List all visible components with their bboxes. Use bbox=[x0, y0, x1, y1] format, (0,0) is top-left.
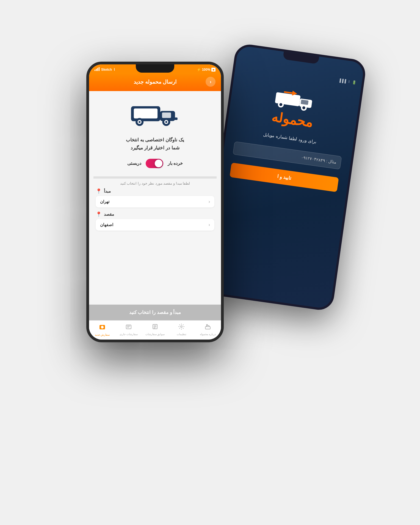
toggle-section: خرده بار دربستی bbox=[93, 159, 217, 168]
destination-pin-icon: 📍 bbox=[96, 211, 102, 217]
tab-bar: درباره محموله تنظیمات bbox=[89, 320, 221, 340]
svg-point-22 bbox=[181, 326, 182, 327]
back-truck-logo bbox=[272, 84, 319, 112]
status-right: ⚡ 100% ■ bbox=[197, 68, 215, 72]
back-brand-name: محموله bbox=[271, 109, 314, 130]
destination-chevron-icon: ‹ bbox=[209, 222, 210, 227]
origin-pin-icon: 📍 bbox=[96, 188, 102, 194]
back-battery-icon: 🔋 bbox=[352, 80, 357, 85]
tab-history-icon bbox=[152, 323, 158, 332]
bluetooth-icon: ⚡ bbox=[197, 68, 201, 72]
front-phone-notch bbox=[136, 64, 174, 73]
header-title: ارسال محموله جدید bbox=[104, 79, 206, 85]
tab-settings-icon bbox=[178, 323, 185, 332]
tab-about-icon bbox=[205, 323, 211, 332]
wifi-icon: ⌇ bbox=[114, 68, 115, 72]
back-button[interactable]: ‹ bbox=[206, 77, 215, 87]
tab-current-label: سفارشات جاری bbox=[120, 333, 138, 336]
location-section: لطفا مبدا و مقصد مورد نظر خود را انتخاب … bbox=[93, 181, 217, 234]
battery-icon: ■ bbox=[211, 68, 215, 72]
bottom-action-button[interactable]: مبدأ و مقصد را انتخاب کنید bbox=[89, 305, 221, 320]
phone-front: Sketch ⌇ 9:41 AM ⚡ 100% ■ ‹ ارسال محموله… bbox=[86, 62, 224, 342]
destination-value: اصفهان bbox=[100, 222, 113, 227]
status-left: Sketch ⌇ bbox=[95, 67, 115, 72]
svg-point-14 bbox=[139, 121, 140, 123]
tab-settings[interactable]: تنظیمات bbox=[168, 323, 195, 336]
tab-about-label: درباره محموله bbox=[200, 333, 216, 336]
back-phone-screen: ▐▐▐ ⌇ 🔋 bbox=[204, 45, 364, 309]
origin-chevron-icon: ‹ bbox=[209, 199, 210, 204]
svg-point-17 bbox=[165, 121, 167, 123]
destination-input[interactable]: ‹ اصفهان bbox=[96, 219, 214, 231]
destination-label-row: مقصد 📍 bbox=[96, 211, 214, 217]
scene: Sketch bui ▐▐▐ ⌇ 🔋 bbox=[86, 29, 334, 496]
tab-history-label: سوابق سفارشات bbox=[145, 333, 165, 336]
front-phone-screen: Sketch ⌇ 9:41 AM ⚡ 100% ■ ‹ ارسال محموله… bbox=[89, 64, 221, 340]
svg-rect-27 bbox=[126, 325, 131, 329]
tab-new-order-icon: + bbox=[98, 323, 106, 332]
truck-illustration bbox=[128, 99, 183, 131]
origin-value: تهران bbox=[100, 199, 109, 204]
destination-label: مقصد bbox=[104, 212, 114, 217]
phone-back: ▐▐▐ ⌇ 🔋 bbox=[201, 43, 367, 312]
origin-label-row: مبدأ 📍 bbox=[96, 188, 214, 194]
tab-about[interactable]: درباره محموله bbox=[195, 323, 221, 336]
location-hint: لطفا مبدا و مقصد مورد نظر خود را انتخاب … bbox=[96, 181, 214, 185]
svg-rect-11 bbox=[162, 113, 171, 118]
back-chevron-icon: ‹ bbox=[210, 79, 211, 85]
back-logo-area: محموله bbox=[269, 84, 319, 130]
toggle-left-label: خرده بار bbox=[168, 161, 183, 166]
toggle-switch[interactable] bbox=[146, 159, 163, 168]
battery-percent: 100% bbox=[202, 68, 211, 72]
svg-text:+: + bbox=[100, 326, 101, 329]
app-header: ‹ ارسال محموله جدید bbox=[89, 73, 221, 91]
origin-label: مبدأ bbox=[104, 189, 111, 194]
svg-rect-18 bbox=[175, 117, 178, 120]
section-divider bbox=[93, 176, 217, 179]
description-text: یک ناوگان اختصاصی به انتخابشما در اختیار… bbox=[126, 136, 184, 152]
tab-new-order[interactable]: + سفارش جدید bbox=[89, 323, 115, 336]
back-subtitle: برای ورود لطفا شماره موبایل bbox=[255, 131, 325, 146]
back-wifi-icon: ⌇ bbox=[348, 80, 350, 84]
svg-rect-9 bbox=[134, 108, 158, 118]
carrier-name: Sketch bbox=[101, 68, 112, 72]
toggle-track bbox=[146, 159, 163, 168]
svg-point-21 bbox=[206, 324, 208, 326]
svg-rect-19 bbox=[205, 327, 210, 329]
tab-new-order-label: سفارش جدید bbox=[95, 333, 110, 336]
toggle-right-label: دربستی bbox=[127, 161, 141, 166]
signal-icon bbox=[95, 67, 100, 72]
toggle-thumb bbox=[155, 160, 162, 167]
tab-history[interactable]: سوابق سفارشات bbox=[142, 323, 168, 336]
app-content: یک ناوگان اختصاصی به انتخابشما در اختیار… bbox=[89, 91, 221, 302]
origin-input[interactable]: ‹ تهران bbox=[96, 196, 214, 207]
tab-current-orders[interactable]: سفارشات جاری bbox=[115, 323, 142, 336]
tab-settings-label: تنظیمات bbox=[177, 333, 186, 336]
back-signal-icon: ▐▐▐ bbox=[338, 78, 346, 83]
tab-current-icon bbox=[125, 323, 132, 332]
truck-svg bbox=[128, 99, 183, 130]
